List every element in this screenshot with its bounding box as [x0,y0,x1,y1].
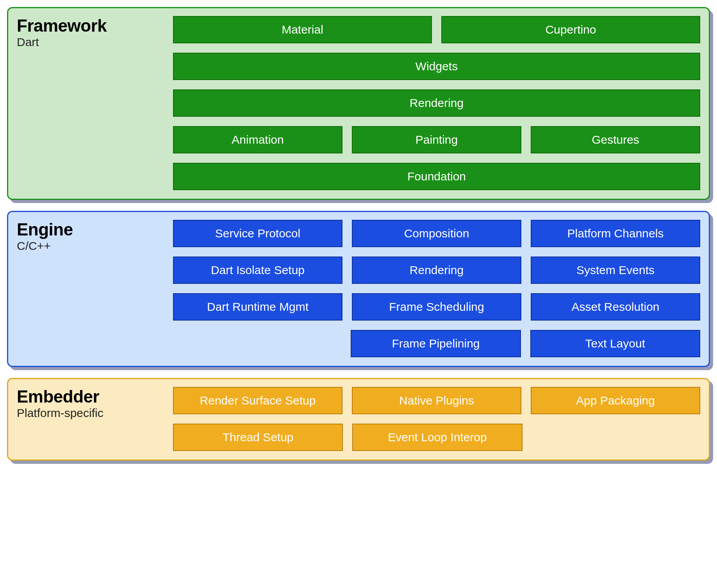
engine-subtitle: C/C++ [17,239,173,253]
framework-cell-widgets: Widgets [173,53,700,80]
framework-row-1: Widgets [173,53,700,80]
embedder-cell-render-surface-setup: Render Surface Setup [173,387,342,414]
engine-cell-text-layout: Text Layout [530,330,700,357]
framework-label: Framework Dart [17,16,173,49]
framework-cell-animation: Animation [173,126,342,153]
engine-row-3: Frame Pipelining Text Layout [173,330,700,357]
framework-row-3: Animation Painting Gestures [173,126,700,153]
engine-title: Engine [17,220,173,239]
embedder-label: Embedder Platform-specific [17,387,173,420]
framework-content: Material Cupertino Widgets Rendering Ani… [173,16,700,190]
embedder-cell-event-loop-interop: Event Loop Interop [352,424,522,451]
framework-layer: Framework Dart Material Cupertino Widget… [7,7,710,200]
engine-cell-dart-runtime-mgmt: Dart Runtime Mgmt [173,293,342,321]
framework-cell-material: Material [173,16,432,43]
engine-cell-frame-pipelining: Frame Pipelining [351,330,521,357]
engine-cell-service-protocol: Service Protocol [173,220,342,247]
embedder-subtitle: Platform-specific [17,406,173,420]
framework-cell-painting: Painting [352,126,521,153]
framework-row-2: Rendering [173,89,700,117]
embedder-row-1: Thread Setup Event Loop Interop [173,424,700,451]
engine-cell-empty [173,330,341,357]
engine-cell-dart-isolate-setup: Dart Isolate Setup [173,257,342,284]
engine-row-0: Service Protocol Composition Platform Ch… [173,220,700,247]
architecture-diagram: Framework Dart Material Cupertino Widget… [7,7,710,461]
framework-cell-foundation: Foundation [173,163,700,190]
engine-cell-rendering: Rendering [352,257,521,284]
embedder-cell-native-plugins: Native Plugins [352,387,521,414]
engine-content: Service Protocol Composition Platform Ch… [173,220,700,357]
engine-cell-composition: Composition [352,220,521,247]
framework-cell-gestures: Gestures [531,126,700,153]
engine-layer: Engine C/C++ Service Protocol Compositio… [7,211,710,367]
framework-cell-cupertino: Cupertino [441,16,700,43]
engine-cell-platform-channels: Platform Channels [531,220,700,247]
framework-row-4: Foundation [173,163,700,190]
engine-row-2: Dart Runtime Mgmt Frame Scheduling Asset… [173,293,700,321]
framework-title: Framework [17,16,173,36]
framework-row-0: Material Cupertino [173,16,700,43]
framework-cell-rendering: Rendering [173,89,700,117]
embedder-cell-thread-setup: Thread Setup [173,424,343,451]
engine-cell-asset-resolution: Asset Resolution [531,293,700,321]
embedder-cell-app-packaging: App Packaging [531,387,700,414]
embedder-cell-empty [532,424,700,451]
engine-row-1: Dart Isolate Setup Rendering System Even… [173,257,700,284]
embedder-row-0: Render Surface Setup Native Plugins App … [173,387,700,414]
engine-cell-frame-scheduling: Frame Scheduling [352,293,521,321]
embedder-content: Render Surface Setup Native Plugins App … [173,387,700,451]
embedder-layer: Embedder Platform-specific Render Surfac… [7,378,710,461]
embedder-title: Embedder [17,387,173,406]
engine-label: Engine C/C++ [17,220,173,253]
engine-cell-system-events: System Events [531,257,700,284]
framework-subtitle: Dart [17,36,173,49]
